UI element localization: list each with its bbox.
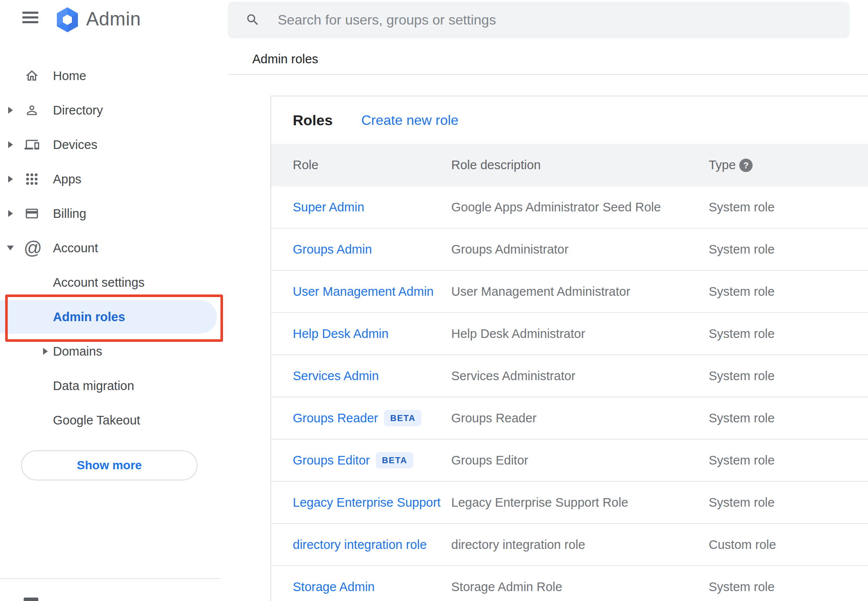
- role-cell: Super Admin: [293, 186, 364, 228]
- table-row: User Management AdminUser Management Adm…: [271, 271, 868, 313]
- role-description-cell: Groups Reader: [451, 397, 536, 439]
- sidebar-item-domains[interactable]: Domains: [0, 334, 229, 369]
- roles-title: Roles: [293, 112, 333, 129]
- role-type-cell: System role: [709, 566, 775, 601]
- search-bar: [228, 2, 849, 38]
- billing-icon: [25, 206, 39, 221]
- sidebar-item-label: Home: [53, 69, 86, 83]
- sidebar-item-google-takeout[interactable]: Google Takeout: [0, 403, 229, 437]
- hamburger-menu-icon[interactable]: [22, 12, 38, 24]
- role-description-cell: Help Desk Administrator: [451, 313, 585, 354]
- person-icon: [25, 103, 39, 118]
- table-row: Groups ReaderBETAGroups ReaderSystem rol…: [271, 397, 868, 440]
- chevron-right-icon[interactable]: [8, 141, 13, 148]
- apps-icon: [25, 172, 39, 186]
- role-link[interactable]: Groups Admin: [293, 242, 372, 257]
- help-icon[interactable]: ?: [739, 158, 753, 172]
- role-description-cell: Groups Administrator: [451, 229, 568, 270]
- clipped-bottom-icon: [24, 598, 38, 601]
- role-type-cell: System role: [709, 313, 775, 354]
- role-cell: Groups EditorBETA: [293, 440, 413, 481]
- sidebar-item-label: Account: [53, 241, 98, 255]
- column-header-type: Type: [709, 144, 736, 186]
- role-type-cell: System role: [709, 271, 775, 312]
- role-link[interactable]: Help Desk Admin: [293, 327, 388, 341]
- role-type-cell: System role: [709, 482, 775, 523]
- roles-table-body: Super AdminGoogle Apps Administrator See…: [271, 186, 868, 601]
- sidebar-item-label: Apps: [53, 172, 81, 186]
- chevron-down-icon[interactable]: [7, 246, 14, 251]
- home-icon: [25, 68, 39, 83]
- role-cell: Services Admin: [293, 355, 379, 397]
- role-description-cell: Google Apps Administrator Seed Role: [451, 186, 661, 228]
- chevron-right-icon[interactable]: [8, 107, 13, 114]
- admin-logo-icon: [56, 7, 79, 33]
- role-description-cell: Groups Editor: [451, 440, 528, 481]
- breadcrumb: Admin roles: [252, 52, 318, 66]
- role-type-cell: System role: [709, 229, 775, 270]
- role-cell: Groups Admin: [293, 229, 372, 270]
- table-row: Groups EditorBETAGroups EditorSystem rol…: [271, 440, 868, 482]
- role-link[interactable]: Services Admin: [293, 369, 379, 383]
- role-type-cell: Custom role: [709, 524, 776, 565]
- chevron-right-icon[interactable]: [8, 210, 13, 217]
- sidebar-item-label: Domains: [53, 344, 102, 359]
- sidebar-item-admin-roles[interactable]: Admin roles: [0, 300, 229, 334]
- sidebar-item-data-migration[interactable]: Data migration: [0, 369, 229, 403]
- sidebar-item-label: Google Takeout: [53, 413, 140, 428]
- role-link[interactable]: Groups Editor: [293, 453, 370, 468]
- role-cell: Legacy Enterprise Support: [293, 482, 440, 523]
- sidebar-item-home[interactable]: Home: [0, 59, 229, 93]
- sidebar-item-devices[interactable]: Devices: [0, 127, 229, 162]
- column-header-description: Role description: [451, 144, 541, 186]
- search-icon: [245, 12, 260, 27]
- column-header-role: Role: [293, 144, 319, 186]
- role-description-cell: User Management Administrator: [451, 271, 630, 312]
- create-new-role-link[interactable]: Create new role: [361, 112, 459, 128]
- role-description-cell: Legacy Enterprise Support Role: [451, 482, 628, 523]
- role-cell: User Management Admin: [293, 271, 434, 312]
- role-type-cell: System role: [709, 397, 775, 439]
- sidebar-item-account-settings[interactable]: Account settings: [0, 265, 229, 300]
- role-cell: Help Desk Admin: [293, 313, 388, 354]
- table-row: Services AdminServices AdministratorSyst…: [271, 355, 868, 397]
- beta-badge: BETA: [384, 410, 422, 426]
- chevron-right-icon[interactable]: [8, 176, 13, 183]
- sidebar-item-apps[interactable]: Apps: [0, 162, 229, 196]
- role-link[interactable]: Legacy Enterprise Support: [293, 496, 440, 510]
- role-description-cell: Storage Admin Role: [451, 566, 562, 601]
- sidebar-item-label: Devices: [53, 138, 97, 152]
- header-divider: [229, 74, 868, 75]
- sidebar-item-label: Account settings: [53, 276, 145, 290]
- beta-badge: BETA: [376, 452, 413, 468]
- role-link[interactable]: directory integration role: [293, 538, 427, 552]
- sidebar-item-label: Admin roles: [53, 310, 125, 324]
- sidebar-item-label: Data migration: [53, 379, 134, 393]
- table-row: Storage AdminStorage Admin RoleSystem ro…: [271, 566, 868, 601]
- roles-card: Roles Create new role Role Role descript…: [270, 96, 868, 601]
- role-link[interactable]: Groups Reader: [293, 411, 378, 425]
- role-link[interactable]: Storage Admin: [293, 580, 375, 594]
- role-cell: Groups ReaderBETA: [293, 397, 422, 439]
- table-row: Groups AdminGroups AdministratorSystem r…: [271, 229, 868, 271]
- table-row: Super AdminGoogle Apps Administrator See…: [271, 186, 868, 229]
- role-link[interactable]: User Management Admin: [293, 285, 434, 299]
- roles-card-header: Roles Create new role: [271, 96, 868, 144]
- sidebar-divider: [0, 578, 220, 579]
- role-type-cell: System role: [709, 186, 775, 228]
- sidebar-item-directory[interactable]: Directory: [0, 93, 229, 127]
- search-input[interactable]: [278, 2, 837, 38]
- sidebar-item-billing[interactable]: Billing: [0, 196, 229, 231]
- show-more-button[interactable]: Show more: [21, 450, 198, 480]
- role-cell: directory integration role: [293, 524, 427, 565]
- role-link[interactable]: Super Admin: [293, 200, 364, 214]
- role-type-cell: System role: [709, 440, 775, 481]
- sidebar-item-label: Billing: [53, 207, 86, 221]
- role-description-cell: directory integration role: [451, 524, 585, 565]
- chevron-right-icon[interactable]: [43, 348, 48, 355]
- app-title: Admin: [86, 8, 141, 30]
- at-icon: @: [24, 241, 42, 255]
- table-row: directory integration roledirectory inte…: [271, 524, 868, 566]
- sidebar-item-account[interactable]: @Account: [0, 231, 229, 265]
- sidebar-item-label: Directory: [53, 103, 103, 118]
